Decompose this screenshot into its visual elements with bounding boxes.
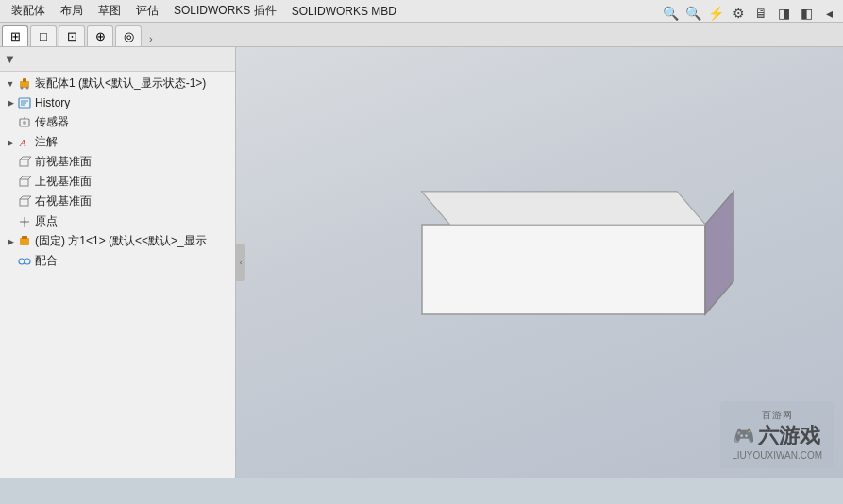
sensor-icon xyxy=(17,115,32,130)
history-expand[interactable]: ▶ xyxy=(4,96,17,109)
left-panel-wrap: ▼ ▼ 装配体1 (默认<默认_显示状态-1>) xyxy=(0,47,236,478)
annotation-icon: A xyxy=(17,135,32,150)
right-plane-icon xyxy=(17,194,32,210)
mate-icon xyxy=(17,254,32,269)
main-area: ▼ ▼ 装配体1 (默认<默认_显示状态-1>) xyxy=(0,47,843,478)
tab-appearance[interactable]: ◎ xyxy=(115,25,142,46)
tab-dimxpert[interactable]: ⊕ xyxy=(87,25,113,46)
watermark: 百游网 🎮 六游戏 LIUYOUXIWAN.COM xyxy=(720,401,834,468)
top-right-toolbar: 🔍 🔍 ⚡ ⚙ 🖥 ◨ ◧ ◂ xyxy=(660,0,839,26)
tree-sensor[interactable]: ▶ 传感器 xyxy=(0,112,235,132)
watermark-top: 百游网 xyxy=(762,409,793,422)
annotation-label: 注解 xyxy=(35,134,58,150)
history-icon xyxy=(17,95,32,110)
front-plane-icon xyxy=(17,155,32,170)
menu-assembly[interactable]: 装配体 xyxy=(4,1,53,21)
tree-right-plane[interactable]: ▶ 右视基准面 xyxy=(0,192,235,211)
search-icon[interactable]: 🔍 xyxy=(660,3,681,24)
tree-top-plane[interactable]: ▶ 上视基准面 xyxy=(0,172,235,192)
3d-box-svg xyxy=(337,140,743,347)
search2-icon[interactable]: 🔍 xyxy=(683,3,703,24)
sensor-label: 传感器 xyxy=(35,114,69,130)
tab-config-manager[interactable]: ⊡ xyxy=(59,25,85,46)
bolt-icon[interactable]: ⚡ xyxy=(705,3,726,24)
tree-annotation[interactable]: ▶ A 注解 xyxy=(0,132,235,152)
svg-rect-16 xyxy=(20,179,28,186)
panel-collapse-button[interactable]: ‹ xyxy=(236,244,245,281)
tree-mate[interactable]: ▶ 配合 xyxy=(0,251,235,271)
svg-point-26 xyxy=(24,220,26,223)
menu-bar: 装配体 布局 草图 评估 SOLIDWORKS 插件 SOLIDWORKS MB… xyxy=(0,0,843,23)
top-plane-icon xyxy=(17,175,32,190)
svg-rect-27 xyxy=(20,238,29,245)
watermark-sub: LIUYOUXIWAN.COM xyxy=(732,450,822,461)
root-assembly-icon xyxy=(17,76,32,92)
monitor-icon[interactable]: 🖥 xyxy=(750,3,771,24)
origin-label: 原点 xyxy=(35,213,58,229)
tree-front-plane[interactable]: ▶ 前视基准面 xyxy=(0,152,235,172)
front-plane-label: 前视基准面 xyxy=(35,154,92,170)
filter-row: ▼ xyxy=(0,47,235,72)
panel-left-icon[interactable]: ◧ xyxy=(796,3,817,24)
menu-sw-mbd[interactable]: SOLIDWORKS MBD xyxy=(284,3,404,20)
svg-rect-20 xyxy=(20,199,28,206)
left-panel: ▼ ▼ 装配体1 (默认<默认_显示状态-1>) xyxy=(0,47,236,478)
tab-property-manager[interactable]: □ xyxy=(30,25,57,46)
annotation-expand[interactable]: ▶ xyxy=(4,136,17,149)
root-expand[interactable]: ▼ xyxy=(4,77,17,91)
tree-history[interactable]: ▶ History xyxy=(0,93,235,112)
tab-more[interactable]: › xyxy=(143,31,159,46)
watermark-main-text: 六游戏 xyxy=(758,422,820,450)
svg-marker-33 xyxy=(705,192,733,314)
origin-icon xyxy=(17,214,32,229)
svg-rect-12 xyxy=(20,160,28,166)
menu-evaluate[interactable]: 评估 xyxy=(128,1,166,21)
filter-icon[interactable]: ▼ xyxy=(4,52,16,66)
svg-point-2 xyxy=(21,86,24,89)
part1-expand[interactable]: ▶ xyxy=(4,235,17,248)
svg-point-29 xyxy=(19,259,25,264)
part1-icon xyxy=(17,234,32,249)
feature-tree: ▼ 装配体1 (默认<默认_显示状态-1>) ▶ xyxy=(0,72,235,478)
root-label: 装配体1 (默认<默认_显示状态-1>) xyxy=(35,76,206,92)
svg-rect-1 xyxy=(23,78,26,82)
right-plane-label: 右视基准面 xyxy=(35,193,92,210)
watermark-game-icon: 🎮 xyxy=(733,426,754,446)
panel-right-icon[interactable]: ◨ xyxy=(773,3,794,24)
settings-icon[interactable]: ⚙ xyxy=(728,3,749,24)
svg-rect-28 xyxy=(22,236,27,239)
svg-marker-32 xyxy=(422,225,705,314)
menu-layout[interactable]: 布局 xyxy=(53,1,91,21)
tab-feature-manager[interactable]: ⊞ xyxy=(2,25,28,46)
svg-point-3 xyxy=(26,86,29,89)
history-label: History xyxy=(35,96,70,109)
svg-marker-34 xyxy=(422,192,705,225)
3d-viewport[interactable]: 百游网 🎮 六游戏 LIUYOUXIWAN.COM xyxy=(236,47,843,478)
svg-text:A: A xyxy=(19,137,26,148)
svg-point-9 xyxy=(23,121,26,125)
top-plane-label: 上视基准面 xyxy=(35,174,92,190)
tree-part1[interactable]: ▶ (固定) 方1<1> (默认<<默认>_显示 xyxy=(0,231,235,251)
part1-label: (固定) 方1<1> (默认<<默认>_显示 xyxy=(35,233,207,249)
tree-root[interactable]: ▼ 装配体1 (默认<默认_显示状态-1>) xyxy=(0,74,235,93)
menu-sketch[interactable]: 草图 xyxy=(91,1,128,21)
menu-sw-plugins[interactable]: SOLIDWORKS 插件 xyxy=(166,1,284,21)
mate-label: 配合 xyxy=(35,253,58,269)
tree-origin[interactable]: ▶ 原点 xyxy=(0,211,235,231)
back-icon[interactable]: ◂ xyxy=(818,3,839,24)
svg-point-30 xyxy=(25,259,30,264)
